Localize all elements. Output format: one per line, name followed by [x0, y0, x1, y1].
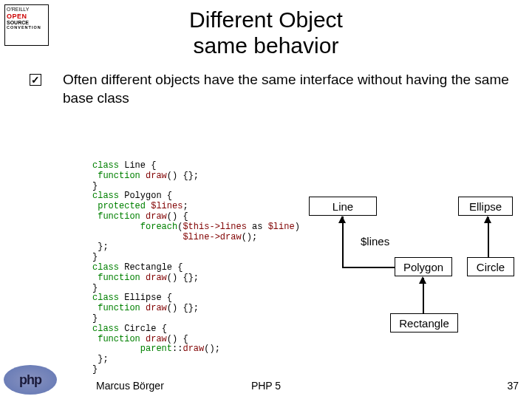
title-line-2: same behavior [194, 33, 339, 58]
class-box-line: Line [309, 197, 377, 216]
class-box-polygon: Polygon [395, 257, 452, 276]
class-box-circle: Circle [467, 257, 514, 276]
bullet-text: Often different objects have the same in… [63, 71, 517, 107]
class-box-rectangle: Rectangle [390, 313, 458, 332]
title-line-1: Different Object [189, 7, 343, 32]
slide-title: Different Object same behavior [0, 7, 532, 58]
footer-page-number: 37 [507, 380, 519, 392]
code-block: class Line { function draw() {}; } class… [92, 161, 300, 375]
class-box-ellipse: Ellipse [458, 197, 513, 216]
footer-center: PHP 5 [0, 380, 532, 392]
checkmark-icon: ✓ [30, 74, 41, 86]
lines-label: $lines [361, 235, 389, 248]
